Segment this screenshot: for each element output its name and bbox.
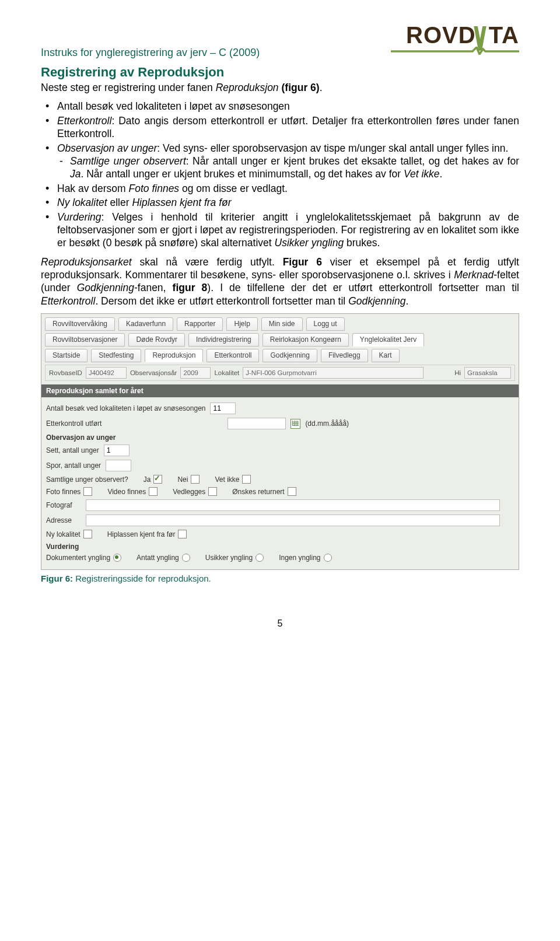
ingen-radio[interactable] [324,554,332,562]
paragraph: Reproduksjonsarket skal nå være ferdig u… [41,256,519,308]
obsaar-label: Observasjonsår [130,369,177,376]
antall-besok-label: Antall besøk ved lokaliteten i løpet av … [46,404,205,412]
tab-row-3: Startside Stedfesting Reproduksjon Etter… [45,349,515,362]
section-title: Registrering av Reproduksjon [41,65,519,80]
logo: ROVD / \ TA [391,23,519,55]
ny-lokalitet-label: Ny lokalitet [46,530,80,538]
tab-hjelp[interactable]: Hjelp [226,317,257,331]
onskes-returnert-label: Ønskes returnert [232,488,284,496]
rovbaseid-label: RovbaseID [49,369,82,376]
section-obs-heading: Obervasjon av unger [45,431,515,443]
rovbaseid-field [86,367,127,379]
heartbeat-icon [391,47,519,55]
list-item: Observasjon av unger: Ved syns- eller sp… [57,142,519,181]
samtlige-label: Samtlige unger observert? [46,475,128,484]
etterkontroll-label: Etterkontroll utført [46,419,102,428]
page-header: Instruks for yngleregistrering av jerv –… [41,23,519,59]
list-item: Vurdering: Velges i henhold til kriterie… [57,211,519,250]
tab-logg-ut[interactable]: Logg ut [306,317,345,331]
obsaar-field [180,367,211,379]
tab-reproduksjon[interactable]: Reproduksjon [145,349,203,362]
ingen-label: Ingen yngling [279,554,320,562]
dateformat-hint: (dd.mm.åååå) [305,419,349,428]
ja-checkbox[interactable] [153,475,162,484]
section-band-reproduksjon: Reproduksjon samlet for året [41,384,519,397]
calendar-icon[interactable] [290,419,300,429]
hi-field [464,367,511,379]
tab-min-side[interactable]: Min side [261,317,303,331]
vedlegges-checkbox[interactable] [208,487,217,496]
tab-row-1: Rovviltovervåking Kadaverfunn Rapporter … [45,317,515,331]
section-vurdering-heading: Vurdering [45,540,515,552]
adresse-label: Adresse [46,516,81,524]
video-finnes-label: Video finnes [107,488,146,496]
tab-filvedlegg[interactable]: Filvedlegg [321,349,368,362]
sett-label: Sett, antall unger [46,446,99,454]
tab-ynglelokalitet-jerv[interactable]: Ynglelokalitet Jerv [352,333,424,347]
figure-caption: Figur 6: Registreringsside for reproduks… [41,573,519,583]
etterkontroll-date-field[interactable] [228,418,286,429]
foto-finnes-label: Foto finnes [46,488,80,496]
fotograf-label: Fotograf [46,501,81,509]
antall-besok-field[interactable] [210,403,236,414]
intro-line: Neste steg er registrering under fanen R… [41,81,519,94]
hi-label: Hi [454,369,461,376]
tab-dode-rovdyr[interactable]: Døde Rovdyr [128,333,185,347]
page-number: 5 [41,618,519,629]
dokumentert-radio[interactable] [113,554,121,562]
onskes-returnert-checkbox[interactable] [288,487,296,496]
tab-godkjenning[interactable]: Godkjenning [262,349,317,362]
list-item: Hak av dersom Foto finnes og om disse er… [57,182,519,195]
antatt-label: Antatt yngling [136,554,179,562]
usikker-radio[interactable] [256,554,264,562]
hiplassen-label: Hiplassen kjent fra før [107,530,176,538]
dokumentert-label: Dokumentert yngling [46,554,110,562]
foto-finnes-checkbox[interactable] [83,487,92,496]
info-bar: RovbaseID Observasjonsår Lokalitet Hi [45,365,515,381]
lokalitet-label: Lokalitet [214,369,239,376]
tab-rovviltobs[interactable]: Rovviltobservasjoner [45,333,125,347]
sett-field[interactable] [104,445,130,456]
ja-label: Ja [144,475,151,484]
nei-label: Nei [177,475,188,484]
form-screenshot: Rovviltovervåking Kadaverfunn Rapporter … [41,313,519,570]
hiplassen-checkbox[interactable] [178,530,187,538]
ny-lokalitet-checkbox[interactable] [83,530,92,538]
nei-checkbox[interactable] [191,475,200,484]
doc-title: Instruks for yngleregistrering av jerv –… [41,23,260,59]
spor-field[interactable] [106,460,131,471]
vedlegges-label: Vedlegges [173,488,205,496]
spor-label: Spor, antall unger [46,461,101,470]
tab-kart[interactable]: Kart [372,349,400,362]
logo-underline [391,47,519,55]
tab-rapporter[interactable]: Rapporter [177,317,223,331]
logo-text: ROVD / \ TA [406,23,519,47]
bullet-list: Antall besøk ved lokaliteten i løpet av … [41,100,519,249]
tab-stedfesting[interactable]: Stedfesting [91,349,141,362]
video-finnes-checkbox[interactable] [149,487,158,496]
adresse-field[interactable] [86,515,500,526]
tab-kadaverfunn[interactable]: Kadaverfunn [118,317,173,331]
lokalitet-field [243,367,424,379]
list-item: Etterkontroll: Dato angis dersom etterko… [57,114,519,141]
antatt-radio[interactable] [182,554,190,562]
vetikke-checkbox[interactable] [242,475,251,484]
tab-etterkontroll[interactable]: Etterkontroll [206,349,259,362]
tab-rovviltovervaking[interactable]: Rovviltovervåking [45,317,115,331]
tab-individregistrering[interactable]: Individregistrering [188,333,259,347]
tab-startside[interactable]: Startside [45,349,88,362]
list-item: Antall besøk ved lokaliteten i løpet av … [57,100,519,113]
fotograf-field[interactable] [86,499,500,511]
tab-row-2: Rovviltobservasjoner Døde Rovdyr Individ… [45,333,515,347]
list-item: Samtlige unger observert: Når antall ung… [70,155,519,181]
list-item: Ny lokalitet eller Hiplassen kjent fra f… [57,196,519,209]
usikker-label: Usikker yngling [205,554,253,562]
vetikke-label: Vet ikke [215,475,239,484]
tab-reirlokasjon[interactable]: Reirlokasjon Kongeørn [262,333,349,347]
